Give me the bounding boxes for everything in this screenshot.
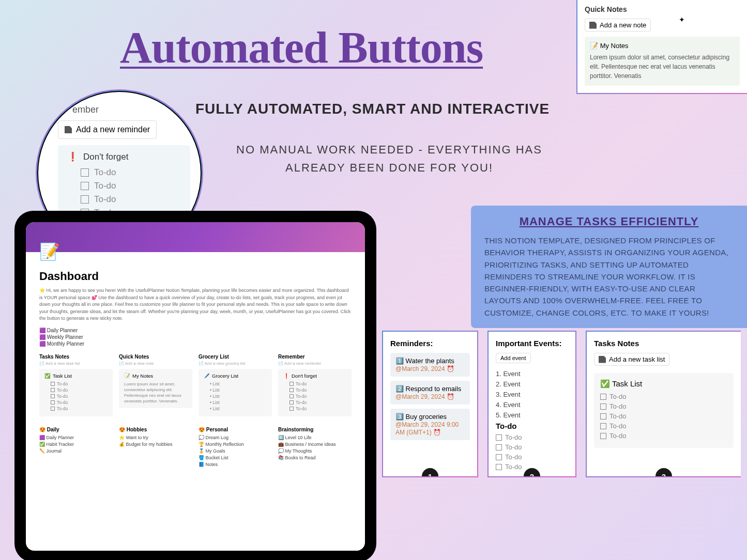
event-item[interactable]: 5. Event xyxy=(496,411,568,419)
todo-item[interactable]: To-do xyxy=(51,387,108,393)
reminders-title: Reminders: xyxy=(390,339,470,348)
list-item[interactable]: • List xyxy=(210,387,267,393)
event-item[interactable]: 2. Event xyxy=(496,380,568,388)
subtitle-1: FULLY AUTOMATED, SMART AND INTERACTIVE xyxy=(195,101,550,117)
add-note-button[interactable]: Add a new note ✦ xyxy=(585,19,651,32)
task-list-card: ✅ Task List To-doTo-doTo-doTo-doTo-do xyxy=(594,373,734,448)
planner-link[interactable]: 🟪 Daily Planner xyxy=(39,328,352,333)
callout-header: ember xyxy=(72,104,190,115)
list-item[interactable]: • List xyxy=(210,400,267,405)
todo-item[interactable]: To-do xyxy=(600,393,727,400)
page-icon xyxy=(599,356,606,363)
planner-link[interactable]: 🟪 Weekly Planner xyxy=(39,334,352,340)
todo-item[interactable]: To-do xyxy=(81,167,181,178)
reminder-item[interactable]: 2️⃣ Respond to emails @March 29, 2024 ⏰ xyxy=(390,381,470,405)
todo-item[interactable]: To-do xyxy=(51,400,108,405)
dashboard-icon: 📝 xyxy=(39,242,60,261)
list-item[interactable]: • List xyxy=(210,394,267,399)
dashboard-intro: ⭐ Hi, we are happy to see you here! With… xyxy=(39,287,352,322)
todo-item[interactable]: To-do xyxy=(289,406,346,411)
tablet-screen: 📝 Dashboard ⭐ Hi, we are happy to see yo… xyxy=(26,222,365,551)
section-title: 😍 Personal xyxy=(199,427,272,432)
badge-1: 1 xyxy=(422,468,438,477)
reminders-card: Reminders: 1️⃣ Water the plants @March 2… xyxy=(382,331,478,477)
todo-item[interactable]: To-do xyxy=(81,181,181,191)
tasks-card: Tasks Notes Add a new task list ✅ Task L… xyxy=(586,331,741,477)
note-card[interactable]: 📝 My Notes Lorem ipsum dolor sit amet, c… xyxy=(585,37,740,86)
section-link[interactable]: 💭 Dream Log xyxy=(199,435,272,440)
todo-item[interactable]: To-do xyxy=(289,400,346,405)
dashboard-title: Dashboard xyxy=(39,270,352,283)
section-link[interactable]: 📚 Books to Read xyxy=(278,455,352,460)
note-title: 📝 My Notes xyxy=(590,42,735,50)
manage-body: THIS NOTION TEMPLATE, DESIGNED FROM PRIN… xyxy=(484,235,734,319)
col-title: Quick Notes xyxy=(119,354,192,360)
section-link[interactable]: ⭐ Want to try xyxy=(119,435,192,440)
events-card: Important Events: Add event 1. Event2. E… xyxy=(487,331,576,477)
tablet-frame: 📝 Dashboard ⭐ Hi, we are happy to see yo… xyxy=(14,211,376,560)
todo-item[interactable]: To-do xyxy=(496,433,568,441)
todo-item[interactable]: To-do xyxy=(496,453,568,461)
section-link[interactable]: 📘 Notes xyxy=(199,462,272,467)
cursor-icon: ✦ xyxy=(679,15,685,24)
todo-item[interactable]: To-do xyxy=(289,387,346,393)
section-title: 😍 Daily xyxy=(39,427,113,432)
section-link[interactable]: 🏆 Monthly Reflection xyxy=(199,442,272,447)
todo-item[interactable]: To-do xyxy=(51,381,108,386)
event-item[interactable]: 1. Event xyxy=(496,370,568,378)
section-link[interactable]: 💼 Business / Income Ideas xyxy=(278,442,352,447)
reminder-list-title: ❗Don't forget xyxy=(67,151,181,162)
badge-3: 3 xyxy=(655,468,672,477)
add-reminder-button[interactable]: Add a new reminder xyxy=(58,120,157,139)
list-item[interactable]: • List xyxy=(210,406,267,411)
dash-card: ❗Don't forgetTo-doTo-doTo-doTo-doTo-do xyxy=(278,369,352,416)
todo-item[interactable]: To-do xyxy=(51,406,108,411)
section-link[interactable]: ✅ Habit Tracker xyxy=(39,442,113,447)
add-event-button[interactable]: Add event xyxy=(496,353,531,363)
todo-item[interactable]: To-do xyxy=(496,443,568,451)
col-add[interactable]: 📄 Add a new task list xyxy=(39,361,113,366)
todo-item[interactable]: To-do xyxy=(600,432,727,440)
todo-item[interactable]: To-do xyxy=(51,394,108,399)
section-link[interactable]: 🔟 Level 10 Life xyxy=(278,435,352,440)
reminder-item[interactable]: 3️⃣ Buy groceries @March 29, 2024 9:00 A… xyxy=(390,409,470,440)
page-icon xyxy=(65,126,72,133)
event-item[interactable]: 3. Event xyxy=(496,391,568,398)
quick-notes-panel: Quick Notes Add a new note ✦ 📝 My Notes … xyxy=(576,0,747,94)
section-title: 😍 Hobbies xyxy=(119,427,192,432)
manage-panel: MANAGE TASKS EFFICIENTLY THIS NOTION TEM… xyxy=(471,206,747,328)
add-task-list-button[interactable]: Add a new task list xyxy=(594,353,669,366)
section-link[interactable]: 🥇 My Goals xyxy=(199,448,272,454)
col-add[interactable]: 📄 Add a new reminder xyxy=(278,361,352,366)
col-add[interactable]: 📄 Add a new grocery list xyxy=(199,361,272,366)
note-body: Lorem ipsum dolor sit amet, consectetur … xyxy=(590,53,735,81)
dashboard-sections: 😍 Daily🟪 Daily Planner✅ Habit Tracker✏️ … xyxy=(39,427,352,469)
section-link[interactable]: 💰 Budget for my hobbies xyxy=(119,442,192,447)
todo-item[interactable]: To-do xyxy=(289,381,346,386)
reminder-item[interactable]: 1️⃣ Water the plants @March 29, 2024 ⏰ xyxy=(390,353,470,377)
todo-item[interactable]: To-do xyxy=(600,402,727,410)
page-icon xyxy=(589,22,597,29)
todo-item[interactable]: To-do xyxy=(289,394,346,399)
dash-card: 📝My NotesLorem ipsum dolor sit amet, con… xyxy=(119,369,192,409)
events-title: Important Events: xyxy=(496,339,568,348)
todo-title: To-do xyxy=(496,422,568,430)
section-link[interactable]: ✏️ Journal xyxy=(39,448,113,454)
subtitle-2: NO MANUAL WORK NEEDED - EVERYTHING HAS A… xyxy=(232,141,547,177)
col-add[interactable]: 📄 Add a new note xyxy=(119,361,192,366)
list-item[interactable]: • List xyxy=(210,381,267,386)
event-item[interactable]: 4. Event xyxy=(496,401,568,409)
section-link[interactable]: 💭 My Thoughts xyxy=(278,448,352,454)
section-link[interactable]: 🟪 Daily Planner xyxy=(39,435,113,440)
add-note-label: Add a new note xyxy=(600,21,646,29)
todo-item[interactable]: To-do xyxy=(81,194,181,205)
dash-card: ✅Task ListTo-doTo-doTo-doTo-doTo-do xyxy=(39,369,113,416)
col-title: Grocery List xyxy=(199,354,272,360)
hero-title: Automated Buttons xyxy=(120,22,483,73)
manage-title: MANAGE TASKS EFFICIENTLY xyxy=(484,215,734,228)
add-reminder-label: Add a new reminder xyxy=(76,125,150,134)
todo-item[interactable]: To-do xyxy=(600,422,727,430)
todo-item[interactable]: To-do xyxy=(600,412,727,420)
planner-link[interactable]: 🟪 Monthly Planner xyxy=(39,341,352,347)
section-link[interactable]: 🪣 Bucket List xyxy=(199,455,272,460)
